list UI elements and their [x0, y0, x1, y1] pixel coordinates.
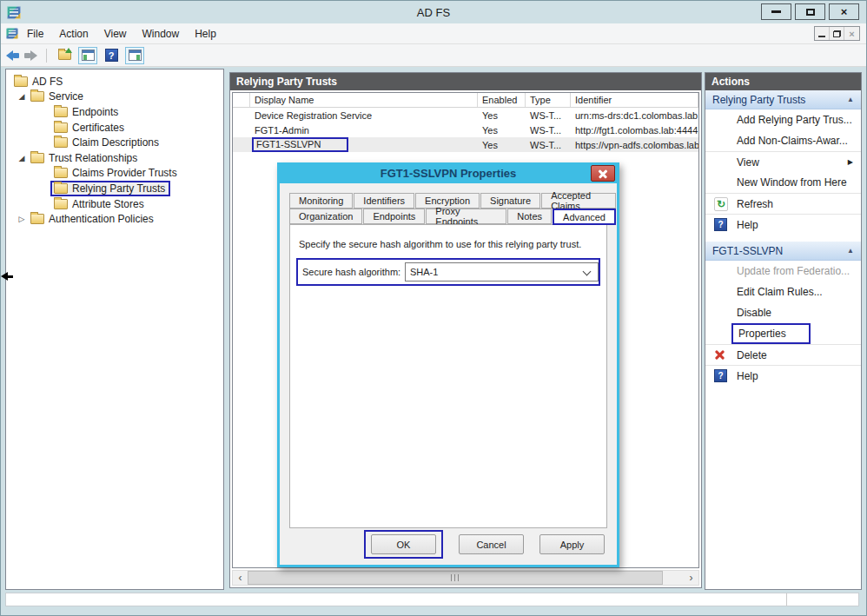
console-tree-icon [82, 50, 95, 61]
mouse-cursor [1, 272, 13, 281]
tab-accepted-claims[interactable]: Accepted Claims [541, 193, 616, 209]
tree-item-attribute-stores[interactable]: Attribute Stores [6, 196, 223, 212]
action-edit-claim-rules[interactable]: Edit Claim Rules... [705, 282, 861, 302]
maximize-button[interactable] [795, 3, 825, 20]
horizontal-scrollbar[interactable]: ‹ › [232, 570, 699, 586]
action-disable[interactable]: Disable [705, 302, 861, 323]
table-row[interactable]: Device Registration Service Yes WS-T... … [233, 108, 698, 123]
hash-algorithm-dropdown[interactable]: SHA-1 [405, 262, 599, 282]
ok-button[interactable]: OK [371, 534, 436, 554]
close-button[interactable]: × [829, 3, 859, 20]
section-header-relying-party-trusts[interactable]: Relying Party Trusts ▲ [705, 90, 861, 109]
console-child-icon [6, 28, 18, 39]
expanded-icon[interactable] [17, 154, 26, 162]
tree-item-ad-fs[interactable]: AD FS [6, 74, 223, 89]
action-help-2[interactable]: ? Help [705, 365, 861, 386]
action-refresh[interactable]: ↻ Refresh [705, 193, 861, 214]
table-row[interactable]: FGT1-Admin Yes WS-T... http://fgt1.colom… [233, 123, 698, 137]
scroll-right-button[interactable]: › [684, 571, 698, 585]
action-new-window-from-here[interactable]: New Window from Here [705, 172, 861, 193]
scroll-left-button[interactable]: ‹ [233, 571, 248, 585]
help-button[interactable]: ? [102, 47, 121, 64]
tab-advanced[interactable]: Advanced [553, 209, 616, 225]
action-view[interactable]: View ▶ [705, 151, 861, 172]
tree-label: Authentication Policies [49, 213, 154, 225]
action-label: Add Non-Claims-Awar... [737, 135, 848, 147]
dialog-close-button[interactable] [591, 165, 615, 182]
tree-label: Relying Party Trusts [72, 182, 165, 195]
scrollbar-thumb[interactable] [248, 571, 663, 585]
tree-label: Attribute Stores [72, 198, 144, 210]
show-console-tree-button[interactable] [78, 47, 97, 64]
tree-item-endpoints[interactable]: Endpoints [6, 104, 223, 120]
adfs-console-window: AD FS × File Action View Window Help × ? [0, 0, 867, 616]
action-delete[interactable]: Delete [705, 344, 861, 365]
action-update-from-federation: Update from Federatio... [705, 261, 861, 282]
action-add-relying-party-trust[interactable]: Add Relying Party Trus... [705, 109, 861, 130]
export-list-button[interactable] [55, 47, 74, 64]
minimize-icon [771, 10, 781, 13]
cell-display-name: FGT1-Admin [250, 125, 478, 136]
cell-type: WS-T... [526, 125, 571, 136]
column-identifier[interactable]: Identifier [571, 93, 698, 107]
child-close-button[interactable]: × [844, 27, 859, 40]
tree-item-claims-provider-trusts[interactable]: Claims Provider Trusts [6, 166, 223, 182]
hash-algorithm-value: SHA-1 [410, 267, 438, 277]
action-add-non-claims-aware[interactable]: Add Non-Claims-Awar... [705, 130, 861, 151]
action-properties[interactable]: Properties [705, 323, 861, 344]
results-panel-title: Relying Party Trusts [230, 73, 701, 90]
column-display-name[interactable]: Display Name [250, 93, 478, 107]
folder-icon [54, 183, 68, 194]
apply-button[interactable]: Apply [539, 534, 605, 554]
action-label: New Window from Here [737, 176, 847, 189]
tab-notes[interactable]: Notes [507, 209, 552, 224]
scrollbar-track[interactable] [663, 571, 684, 585]
tree-item-relying-party-trusts[interactable]: Relying Party Trusts [6, 181, 223, 196]
collapsed-icon[interactable] [17, 215, 26, 223]
tab-proxy-endpoints[interactable]: Proxy Endpoints [426, 209, 506, 224]
action-help[interactable]: ? Help [705, 214, 861, 235]
section-header-fgt1-sslvpn[interactable]: FGT1-SSLVPN ▲ [705, 242, 861, 261]
column-enabled[interactable]: Enabled [478, 93, 526, 107]
menu-action[interactable]: Action [51, 25, 96, 43]
section-title: FGT1-SSLVPN [712, 245, 847, 257]
titlebar: AD FS × [1, 1, 866, 23]
minimize-button[interactable] [761, 3, 791, 20]
tree-item-trust-relationships[interactable]: Trust Relationships [6, 150, 223, 166]
show-action-pane-button[interactable] [125, 47, 144, 64]
action-label: Update from Federatio... [737, 265, 850, 277]
action-label: Refresh [737, 198, 773, 210]
cell-enabled: Yes [478, 110, 526, 121]
column-type[interactable]: Type [526, 93, 571, 107]
tree-item-authentication-policies[interactable]: Authentication Policies [6, 211, 223, 227]
toolbar-separator [46, 49, 47, 63]
child-restore-button[interactable] [830, 27, 844, 40]
close-icon: × [849, 29, 854, 39]
dialog-body: Monitoring Identifiers Encryption Signat… [280, 183, 617, 565]
forward-button[interactable] [24, 50, 37, 61]
help-icon: ? [714, 218, 727, 231]
tree-label: AD FS [32, 76, 63, 88]
tab-monitoring[interactable]: Monitoring [289, 193, 353, 209]
tree-item-certificates[interactable]: Certificates [6, 120, 223, 136]
back-button[interactable] [6, 50, 19, 61]
tree-label: Trust Relationships [49, 152, 137, 164]
blank-column-header[interactable] [233, 93, 250, 107]
minimize-icon [818, 36, 825, 37]
menu-view[interactable]: View [96, 25, 135, 43]
table-row-selected[interactable]: FGT1-SSLVPN Yes WS-T... https://vpn-adfs… [233, 137, 698, 152]
table-header-row: Display Name Enabled Type Identifier [233, 93, 698, 108]
expanded-icon[interactable] [17, 92, 26, 101]
menu-window[interactable]: Window [135, 25, 188, 43]
cancel-button[interactable]: Cancel [459, 534, 524, 554]
tree-item-claim-descriptions[interactable]: Claim Descriptions [6, 135, 223, 150]
cursor-tail [8, 275, 13, 278]
menu-help[interactable]: Help [187, 25, 224, 43]
child-minimize-button[interactable] [815, 27, 830, 40]
tree-item-service[interactable]: Service [6, 89, 223, 105]
actions-panel: Actions Relying Party Trusts ▲ Add Relyi… [705, 72, 862, 590]
tab-endpoints[interactable]: Endpoints [363, 209, 425, 224]
tab-identifiers[interactable]: Identifiers [354, 193, 414, 209]
tab-organization[interactable]: Organization [289, 209, 362, 224]
menu-file[interactable]: File [19, 25, 51, 43]
